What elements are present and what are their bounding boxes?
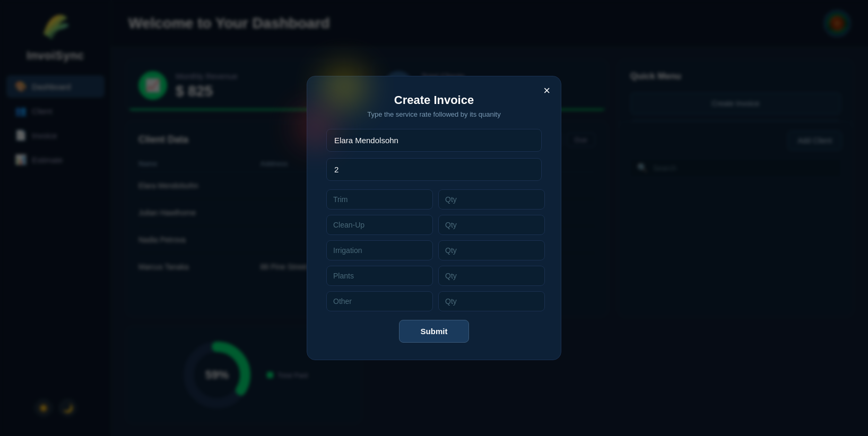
modal-overlay[interactable]: × Create Invoice Type the service rate f… bbox=[0, 0, 868, 436]
plants-qty-input[interactable] bbox=[438, 266, 545, 286]
irrigation-input[interactable] bbox=[326, 240, 433, 260]
other-qty-input[interactable] bbox=[438, 291, 545, 311]
modal-title: Create Invoice bbox=[326, 93, 542, 107]
modal-subtitle: Type the service rate followed by its qu… bbox=[326, 110, 542, 118]
cleanup-qty-input[interactable] bbox=[438, 215, 545, 235]
service-row-trim bbox=[326, 189, 542, 210]
client-select[interactable]: Elara Mendolsohn Julian Hawthorne Nadia … bbox=[326, 129, 542, 152]
service-row-irrigation bbox=[326, 240, 542, 260]
plants-input[interactable] bbox=[326, 266, 433, 286]
cleanup-input[interactable] bbox=[326, 215, 433, 235]
trim-input[interactable] bbox=[326, 189, 433, 210]
service-row-other bbox=[326, 291, 542, 311]
submit-button[interactable]: Submit bbox=[399, 320, 470, 343]
invoice-number-input[interactable] bbox=[326, 158, 542, 181]
create-invoice-modal: × Create Invoice Type the service rate f… bbox=[307, 76, 561, 360]
service-row-plants bbox=[326, 266, 542, 286]
trim-qty-input[interactable] bbox=[438, 189, 545, 210]
other-input[interactable] bbox=[326, 291, 433, 311]
irrigation-qty-input[interactable] bbox=[438, 240, 545, 260]
service-rows bbox=[326, 189, 542, 311]
modal-close-button[interactable]: × bbox=[543, 85, 550, 97]
service-row-cleanup bbox=[326, 215, 542, 235]
